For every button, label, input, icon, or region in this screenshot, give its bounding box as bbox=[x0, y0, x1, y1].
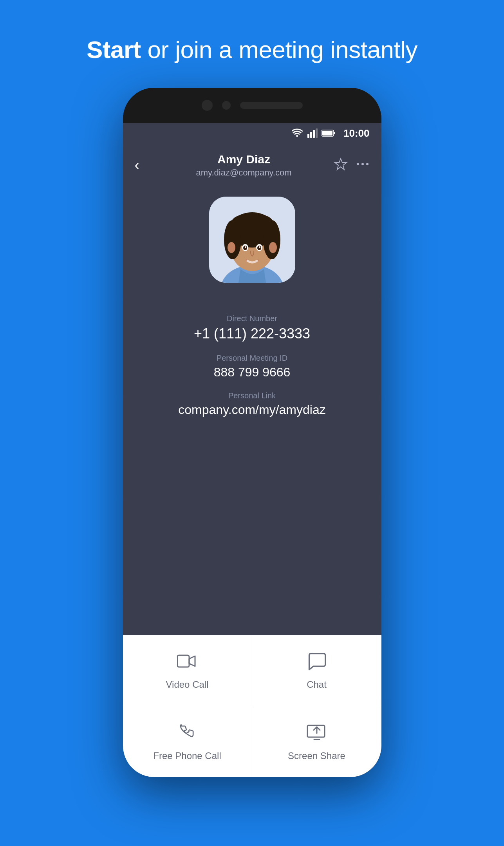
direct-number-label: Direct Number bbox=[139, 314, 366, 323]
status-icons: 10:00 bbox=[292, 127, 370, 139]
hero-bold: Start bbox=[87, 36, 141, 63]
svg-point-25 bbox=[245, 246, 246, 248]
svg-point-8 bbox=[357, 163, 359, 165]
personal-link-label: Personal Link bbox=[139, 391, 366, 400]
battery-icon bbox=[322, 129, 336, 137]
free-phone-call-label: Free Phone Call bbox=[153, 750, 221, 761]
svg-rect-3 bbox=[316, 128, 318, 138]
screen-share-button[interactable]: Screen Share bbox=[252, 706, 381, 777]
hero-heading: Start or join a meeting instantly bbox=[87, 35, 417, 64]
svg-point-21 bbox=[228, 242, 235, 253]
video-call-button[interactable]: Video Call bbox=[123, 635, 252, 706]
svg-point-10 bbox=[366, 163, 369, 165]
contact-header: ‹ Amy Diaz amy.diaz@company.com bbox=[123, 143, 381, 189]
contact-info: Direct Number +1 (111) 222-3333 Personal… bbox=[123, 302, 381, 417]
free-phone-call-button[interactable]: Free Phone Call bbox=[123, 706, 252, 777]
camera-dot-1 bbox=[202, 100, 213, 111]
meeting-id-label: Personal Meeting ID bbox=[139, 354, 366, 363]
back-button[interactable]: ‹ bbox=[135, 157, 154, 174]
speaker-bar bbox=[240, 102, 303, 109]
svg-rect-1 bbox=[310, 132, 312, 138]
screen-share-label: Screen Share bbox=[288, 750, 345, 761]
contact-body: Direct Number +1 (111) 222-3333 Personal… bbox=[123, 189, 381, 635]
svg-rect-5 bbox=[322, 131, 332, 136]
actions-panel: Video Call Chat Free Phone Call bbox=[123, 635, 381, 777]
status-time: 10:00 bbox=[343, 127, 370, 139]
contact-name: Amy Diaz bbox=[154, 153, 334, 166]
svg-point-24 bbox=[243, 246, 247, 250]
direct-number-value[interactable]: +1 (111) 222-3333 bbox=[139, 325, 366, 342]
hero-regular: or join a meeting instantly bbox=[141, 36, 417, 63]
phone-call-icon bbox=[177, 722, 197, 744]
chat-label: Chat bbox=[307, 679, 327, 690]
chat-button[interactable]: Chat bbox=[252, 635, 381, 706]
video-call-icon bbox=[177, 651, 197, 673]
contact-email: amy.diaz@company.com bbox=[154, 168, 334, 178]
meeting-id-value[interactable]: 888 799 9666 bbox=[139, 365, 366, 380]
camera-dot-2 bbox=[222, 101, 231, 110]
chat-icon bbox=[307, 651, 327, 673]
svg-point-20 bbox=[238, 215, 266, 231]
contact-header-info: Amy Diaz amy.diaz@company.com bbox=[154, 153, 334, 178]
more-options-button[interactable] bbox=[356, 157, 370, 174]
svg-point-27 bbox=[257, 246, 261, 250]
status-bar: 10:00 bbox=[123, 123, 381, 143]
svg-rect-29 bbox=[177, 655, 189, 667]
phone-screen: 10:00 ‹ Amy Diaz amy.diaz@company.com bbox=[123, 123, 381, 777]
signal-icon bbox=[307, 128, 318, 138]
svg-rect-6 bbox=[334, 132, 335, 134]
phone-frame: 10:00 ‹ Amy Diaz amy.diaz@company.com bbox=[123, 88, 381, 777]
avatar-image bbox=[209, 197, 295, 283]
svg-point-22 bbox=[269, 242, 277, 253]
svg-point-9 bbox=[361, 163, 364, 165]
header-actions bbox=[334, 157, 370, 174]
phone-top-bar bbox=[123, 88, 381, 123]
svg-marker-7 bbox=[335, 159, 347, 170]
personal-link-value[interactable]: company.com/my/amydiaz bbox=[139, 403, 366, 417]
wifi-icon bbox=[292, 128, 303, 138]
screen-share-icon bbox=[307, 722, 327, 744]
svg-rect-2 bbox=[313, 130, 315, 138]
video-call-label: Video Call bbox=[166, 679, 209, 690]
avatar bbox=[209, 197, 295, 283]
svg-point-28 bbox=[259, 246, 260, 248]
favorite-button[interactable] bbox=[334, 157, 348, 174]
svg-rect-0 bbox=[307, 134, 309, 138]
